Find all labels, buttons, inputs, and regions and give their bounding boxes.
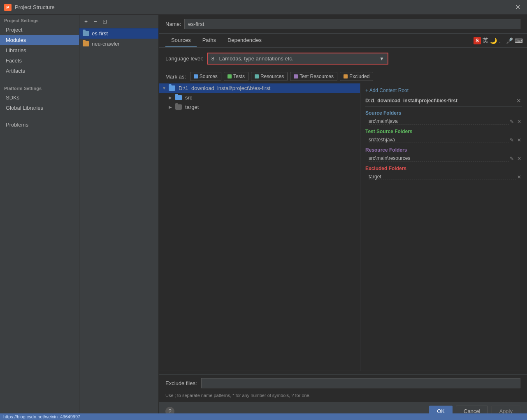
test-source-folder-entry-0: src\test\java ✎ ✕ xyxy=(365,136,522,144)
mark-tests-label: Tests xyxy=(233,74,245,79)
left-nav: Project Settings Project Modules Librari… xyxy=(0,15,79,420)
tree-item-src[interactable]: ▶ src xyxy=(159,93,360,102)
body-area: Project Settings Project Modules Librari… xyxy=(0,15,527,420)
ime-dot-icon[interactable]: 、 xyxy=(499,37,504,44)
sidebar-item-modules-label: Modules xyxy=(6,37,26,43)
resource-folders-header: Resource Folders xyxy=(365,147,522,153)
mark-test-resources-label: Test Resources xyxy=(299,74,334,79)
mark-resources-button[interactable]: Resources xyxy=(251,72,288,81)
exclude-files-label: Exclude files: xyxy=(165,380,197,386)
ime-s-button[interactable]: S xyxy=(474,37,481,44)
name-label: Name: xyxy=(165,21,181,27)
excluded-folder-path-0: target xyxy=(369,174,516,180)
tree-root-path: D:\1_download_install\project\b\es-first xyxy=(179,85,270,91)
lang-level-select-wrapper: 3 - Enums, autoboxing, etc. 5 - Generics… xyxy=(207,53,388,65)
sidebar-item-sdks[interactable]: SDKs xyxy=(0,92,79,103)
copy-module-button[interactable]: ⊡ xyxy=(101,17,109,25)
mark-sources-button[interactable]: Sources xyxy=(190,72,221,81)
tab-dependencies[interactable]: Dependencies xyxy=(222,34,267,47)
tree-item-target[interactable]: ▶ target xyxy=(159,102,360,112)
source-folders-header: Source Folders xyxy=(365,110,522,116)
resources-color-dot xyxy=(255,74,259,78)
close-window-button[interactable]: ✕ xyxy=(513,2,523,12)
mark-as-row: Mark as: Sources Tests Resources Test Re… xyxy=(159,69,527,83)
resource-folder-path-0: src\main\resources xyxy=(369,155,509,162)
source-folder-remove-0[interactable]: ✕ xyxy=(516,119,522,125)
exclude-files-section: Exclude files: Use ; to separate name pa… xyxy=(159,371,527,402)
mark-sources-label: Sources xyxy=(200,74,218,79)
tab-paths[interactable]: Paths xyxy=(197,34,222,47)
module-item-es-first[interactable]: es-first xyxy=(79,28,158,39)
sidebar-item-libraries[interactable]: Libraries xyxy=(0,45,79,55)
app-window: P Project Structure ✕ Project Settings P… xyxy=(0,0,527,420)
platform-settings-label: Platform Settings xyxy=(0,83,79,92)
mark-excluded-button[interactable]: Excluded xyxy=(340,72,373,81)
mark-resources-label: Resources xyxy=(260,74,284,79)
lang-level-row: Language level: 3 - Enums, autoboxing, e… xyxy=(159,48,527,69)
add-module-button[interactable]: + xyxy=(83,17,89,25)
excluded-folder-entry-0: target ✕ xyxy=(365,173,522,181)
tree-src-arrow: ▶ xyxy=(169,95,174,100)
tabs-row: Sources Paths Dependencies S 英 🌙 、 🎤 ⌨ xyxy=(159,34,527,48)
exclude-files-input[interactable] xyxy=(201,378,520,388)
resource-folder-remove-0[interactable]: ✕ xyxy=(516,156,522,162)
content-root-path: D:\1_download_install\project\b\es-first xyxy=(365,98,457,104)
ime-keyboard-icon[interactable]: ⌨ xyxy=(515,37,523,44)
info-panel: + Add Content Root D:\1_download_install… xyxy=(360,83,527,371)
right-area: Name: Sources Paths Dependencies S 英 🌙 、… xyxy=(159,15,527,420)
add-content-root-button[interactable]: + Add Content Root xyxy=(365,88,409,93)
tab-sources[interactable]: Sources xyxy=(165,34,197,47)
content-root-close-button[interactable]: ✕ xyxy=(515,97,522,104)
sidebar-item-modules[interactable]: Modules xyxy=(0,35,79,45)
ime-moon-icon[interactable]: 🌙 xyxy=(490,37,497,44)
test-source-folder-actions-0: ✎ ✕ xyxy=(509,137,522,143)
tree-root-arrow: ▼ xyxy=(162,86,167,90)
tree-target-folder-icon xyxy=(175,104,182,110)
sidebar-item-global-libraries-label: Global Libraries xyxy=(6,105,43,111)
tree-src-folder-icon xyxy=(175,95,182,100)
ime-chinese-icon[interactable]: 英 xyxy=(483,37,488,44)
excluded-folder-remove-0[interactable]: ✕ xyxy=(516,174,522,180)
exclude-files-row: Exclude files: xyxy=(159,374,527,392)
sidebar-item-project[interactable]: Project xyxy=(0,25,79,35)
mark-test-resources-button[interactable]: Test Resources xyxy=(290,72,337,81)
module-item-neu-crawler[interactable]: neu-crawler xyxy=(79,39,158,49)
resource-folder-actions-0: ✎ ✕ xyxy=(509,156,522,162)
status-url: https://blog.csdn.net/weixin_43649997 xyxy=(0,413,527,420)
app-icon: P xyxy=(4,4,12,11)
tests-color-dot xyxy=(228,74,232,78)
excluded-folder-actions-0: ✕ xyxy=(516,174,522,180)
test-source-folder-remove-0[interactable]: ✕ xyxy=(516,137,522,143)
source-folder-actions-0: ✎ ✕ xyxy=(509,119,522,125)
test-source-folder-path-0: src\test\java xyxy=(369,137,509,143)
sidebar-item-problems[interactable]: Problems xyxy=(0,120,79,130)
sidebar-item-global-libraries[interactable]: Global Libraries xyxy=(0,103,79,113)
ime-mic-icon[interactable]: 🎤 xyxy=(506,37,513,44)
lang-level-select[interactable]: 3 - Enums, autoboxing, etc. 5 - Generics… xyxy=(208,53,388,64)
sidebar-item-project-label: Project xyxy=(6,27,22,33)
title-bar-text: Project Structure xyxy=(15,4,513,10)
module-toolbar: + − ⊡ xyxy=(79,15,158,28)
ime-toolbar: S 英 🌙 、 🎤 ⌨ xyxy=(474,37,523,44)
mark-as-label: Mark as: xyxy=(165,74,186,80)
sidebar-item-facets[interactable]: Facets xyxy=(0,55,79,66)
content-split: ▼ D:\1_download_install\project\b\es-fir… xyxy=(159,83,527,371)
sidebar-item-libraries-label: Libraries xyxy=(6,47,26,53)
tree-target-label: target xyxy=(185,104,199,110)
resource-folder-edit-0[interactable]: ✎ xyxy=(509,156,515,162)
remove-module-button[interactable]: − xyxy=(92,17,98,25)
info-header: + Add Content Root xyxy=(365,88,522,93)
tree-src-label: src xyxy=(185,95,192,101)
sidebar-item-problems-label: Problems xyxy=(6,122,28,128)
mark-tests-button[interactable]: Tests xyxy=(224,72,248,81)
test-source-folder-edit-0[interactable]: ✎ xyxy=(509,137,515,143)
name-input[interactable] xyxy=(184,19,520,29)
project-settings-label: Project Settings xyxy=(0,15,79,25)
tree-root-item[interactable]: ▼ D:\1_download_install\project\b\es-fir… xyxy=(159,83,360,93)
test-source-folders-header: Test Source Folders xyxy=(365,129,522,134)
resource-folder-entry-0: src\main\resources ✎ ✕ xyxy=(365,155,522,162)
sidebar-item-artifacts[interactable]: Artifacts xyxy=(0,66,79,76)
module-folder-icon-neu-crawler xyxy=(83,41,89,46)
test-resources-color-dot xyxy=(294,74,298,78)
source-folder-edit-0[interactable]: ✎ xyxy=(509,119,515,125)
